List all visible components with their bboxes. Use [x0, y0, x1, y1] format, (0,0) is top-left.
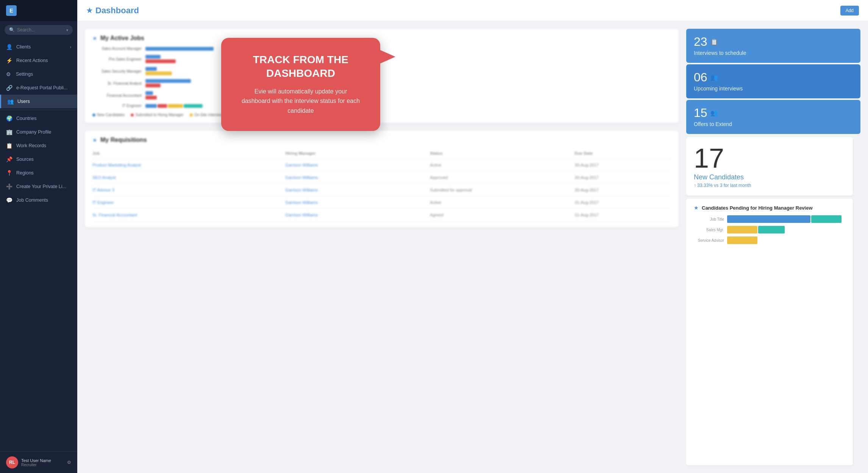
upcoming-interviews-label: Upcoming interviews [694, 86, 853, 92]
bar-row4-red [145, 96, 157, 100]
sidebar-item-job-comments[interactable]: 💬 Job Comments [0, 193, 77, 207]
bar-row5-teal [184, 104, 203, 108]
pending-row-1: Sales Mgr. [694, 226, 845, 233]
main-content: ★ Dashboard Add ★ My Active Jobs Sales A… [77, 0, 868, 473]
sidebar-user-section: RL Test User Name Recruiter ⚙ [0, 451, 77, 473]
sidebar-search-box[interactable]: 🔍 ▾ [5, 25, 73, 35]
new-candidates-change: ↑ 33.33% vs 3 for last month [694, 183, 845, 188]
chart-row-2: Sales Security Manager [92, 67, 671, 75]
stat-card-offers[interactable]: 15 👥 Offers to Extend [686, 100, 860, 134]
new-candidates-number: 17 [694, 145, 845, 172]
search-icon: 🔍 [9, 27, 15, 33]
stat-card-upcoming-interviews[interactable]: 06 👥 Upcoming interviews [686, 64, 860, 98]
sidebar-item-request-portal[interactable]: 🔗 e-Request Portal Publi... [0, 81, 77, 95]
tooltip-title: TRACK FROM THE DASHBOARD [240, 53, 361, 81]
users-icon: 👥 [7, 98, 14, 104]
blurred-section: ★ My Active Jobs Sales Account Manager P… [77, 21, 686, 473]
sidebar-item-create-private[interactable]: ➕ Create Your Private Li... [0, 180, 77, 193]
chart-section-icon: ★ [92, 35, 97, 41]
sources-icon: 📌 [6, 156, 12, 162]
pending-bars: Job Title Sales Mgr. [694, 215, 845, 244]
bar-row3-blue [145, 79, 191, 83]
user-info: Test User Name Recruiter [21, 458, 64, 467]
sidebar-item-clients[interactable]: 👤 Clients › [0, 40, 77, 54]
table-row[interactable]: IT Engineer Garrison Williams Active 31-… [92, 196, 671, 209]
interviews-schedule-icon: 📋 [710, 38, 718, 45]
sidebar-item-recent-actions[interactable]: ⚡ Recent Actions [0, 54, 77, 67]
chart-row-3: Sr. Financial Analyst [92, 79, 671, 87]
sidebar-item-company-profile[interactable]: 🏢 Company Profile [0, 125, 77, 139]
sidebar: E 🔍 ▾ 👤 Clients › ⚡ Recent Actions ⚙ Set… [0, 0, 77, 473]
bar-row5-blue [145, 104, 157, 108]
sidebar-nav: 👤 Clients › ⚡ Recent Actions ⚙ Settings … [0, 39, 77, 451]
candidates-pending-section: ★ Candidates Pending for Hiring Manager … [686, 199, 853, 465]
page-title: ★ Dashboard [86, 6, 139, 16]
bar-row2-blue [145, 67, 157, 71]
sidebar-divider-1 [0, 110, 77, 110]
pending-row-2: Service Advisor [694, 236, 845, 244]
right-panel: 23 📋 Interviews to schedule 06 👥 Upcomin… [686, 21, 868, 473]
interviews-to-schedule-number: 23 [694, 36, 707, 48]
pending-label-1: Sales Mgr. [694, 228, 724, 232]
clients-icon: 👤 [6, 44, 12, 50]
user-name: Test User Name [21, 458, 64, 463]
app-logo-icon: E [6, 5, 17, 16]
table-row[interactable]: Product Marketing Analyst Garrison Willi… [92, 159, 671, 171]
comments-icon: 💬 [6, 197, 12, 203]
tooltip-bubble: TRACK FROM THE DASHBOARD Evie will autom… [221, 38, 380, 131]
table-row[interactable]: IT Advisor 3 Garrison Williams Submitted… [92, 184, 671, 196]
stat-card-interviews-to-schedule[interactable]: 23 📋 Interviews to schedule [686, 29, 860, 63]
tooltip-body: Evie will automatically update your dash… [240, 87, 361, 116]
search-input[interactable] [17, 27, 64, 33]
bar-row2-yellow [145, 72, 172, 75]
sidebar-item-users[interactable]: 👥 Users [0, 95, 77, 108]
recent-actions-icon: ⚡ [6, 58, 12, 64]
sidebar-item-regions[interactable]: 📍 Regions [0, 166, 77, 180]
stat-card-top-3: 15 👥 [694, 107, 853, 119]
bar-row1-blue [145, 55, 161, 59]
add-button[interactable]: Add [840, 6, 859, 16]
table-row[interactable]: SEO Analyst Garrison Williams Approved 3… [92, 171, 671, 184]
requisitions-title: My Requisitions [100, 137, 147, 143]
user-settings-icon[interactable]: ⚙ [67, 460, 71, 465]
bar-row3-red [145, 84, 161, 87]
legend-submitted: Submitted to Hiring Manager [131, 113, 183, 117]
candidates-pending-title: Candidates Pending for Hiring Manager Re… [702, 205, 813, 211]
user-avatar: RL [6, 456, 18, 468]
work-records-icon: 📋 [6, 143, 12, 149]
upcoming-interviews-icon: 👥 [710, 74, 718, 81]
pending-label-2: Service Advisor [694, 238, 724, 243]
offers-icon: 👥 [710, 109, 718, 117]
bar-row5-yellow [168, 104, 183, 108]
dashboard-icon: ★ [86, 6, 92, 15]
pending-bars-2 [727, 236, 845, 244]
legend-dot-blue [92, 114, 95, 117]
chart-legend: New Candidates Submitted to Hiring Manag… [92, 113, 671, 117]
active-jobs-section: ★ My Active Jobs Sales Account Manager P… [85, 29, 679, 123]
table-row[interactable]: Sr. Financial Accountant Garrison Willia… [92, 209, 671, 221]
legend-new-candidates: New Candidates [92, 113, 125, 117]
bar-row1-red [145, 59, 176, 63]
upcoming-interviews-number: 06 [694, 71, 707, 83]
sidebar-item-countries[interactable]: 🌍 Countries [0, 112, 77, 125]
chart-row-4: Financial Accountant [92, 91, 671, 100]
active-jobs-header: ★ My Active Jobs [92, 35, 671, 42]
bar-row5-red [158, 104, 167, 108]
search-dropdown-icon[interactable]: ▾ [66, 28, 68, 32]
sidebar-item-work-records[interactable]: 📋 Work Records [0, 139, 77, 152]
sidebar-item-sources[interactable]: 📌 Sources [0, 152, 77, 166]
pending-bars-0 [727, 215, 845, 223]
content-wrapper: ★ My Active Jobs Sales Account Manager P… [77, 21, 868, 473]
regions-icon: 📍 [6, 170, 12, 176]
bar-row0-blue [145, 47, 214, 51]
chevron-right-icon: › [70, 45, 71, 49]
table-header: Job Hiring Manager Status Due Date [92, 148, 671, 159]
active-jobs-title: My Active Jobs [100, 35, 144, 42]
pending-bar-1-yellow [727, 226, 757, 233]
portal-icon: 🔗 [6, 85, 12, 91]
sidebar-item-settings[interactable]: ⚙ Settings [0, 67, 77, 81]
user-role: Recruiter [21, 463, 64, 467]
legend-dot-yellow [190, 114, 193, 117]
pending-bar-1-teal [758, 226, 785, 233]
candidates-pending-header: ★ Candidates Pending for Hiring Manager … [694, 205, 845, 211]
